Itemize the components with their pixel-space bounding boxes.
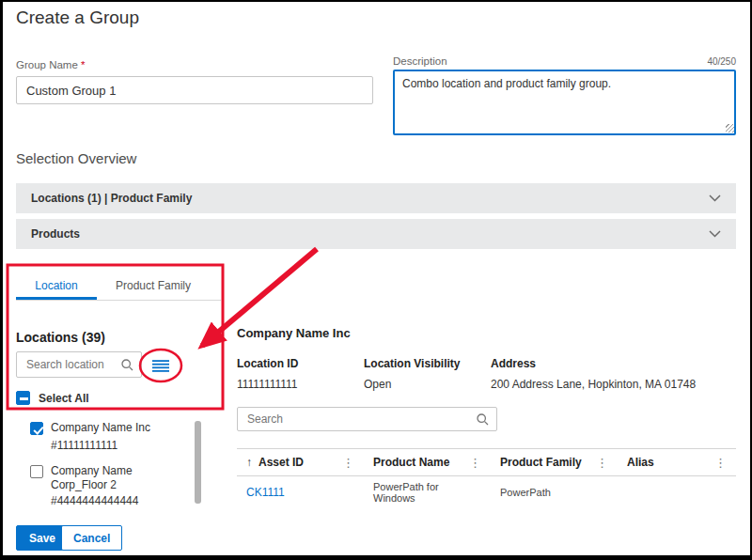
select-all-checkbox[interactable]: Select All [16, 391, 89, 405]
list-item[interactable]: Company Name Corp_Floor 2 #4444444444444 [30, 464, 168, 506]
group-name-label: Group Name * [16, 59, 86, 70]
list-view-button[interactable] [147, 353, 175, 378]
column-header-product-name[interactable]: Product Name ⋮ [364, 449, 491, 475]
asset-search [237, 407, 497, 431]
location-name: Company Name Inc [51, 421, 168, 435]
column-menu-icon[interactable]: ⋮ [342, 456, 354, 470]
asset-search-input[interactable] [245, 412, 477, 427]
column-menu-icon[interactable]: ⋮ [596, 456, 608, 470]
accordion-locations-product-family[interactable]: Locations (1) | Product Family [16, 183, 736, 213]
sort-ascending-icon[interactable]: ↑ [246, 456, 252, 469]
asset-id-link[interactable]: CK1111 [237, 486, 364, 499]
page-title: Create a Group [16, 8, 139, 28]
search-icon [121, 359, 133, 371]
column-menu-icon[interactable]: ⋮ [714, 456, 727, 470]
list-scrollbar[interactable] [195, 421, 201, 504]
select-all-label: Select All [39, 392, 89, 405]
asset-table-header: ↑ Asset ID ⋮ Product Name ⋮ Product Fami… [237, 448, 736, 476]
location-search [16, 351, 142, 378]
chevron-down-icon [709, 194, 721, 202]
column-header-asset-id[interactable]: ↑ Asset ID ⋮ [237, 449, 364, 475]
address-label: Address [491, 357, 536, 370]
table-row: CK1111 PowerPath for Windows PowerPath [237, 476, 736, 507]
checkbox-checked-icon[interactable] [30, 422, 43, 435]
checkbox-unchecked-icon[interactable] [30, 465, 43, 478]
column-menu-icon[interactable]: ⋮ [469, 456, 481, 470]
product-family-cell: PowerPath [491, 487, 618, 498]
left-panel-tabs: Location Product Family [16, 272, 221, 301]
product-name-cell: PowerPath for Windows [364, 481, 491, 504]
column-header-alias[interactable]: Alias ⋮ [618, 449, 736, 475]
char-counter: 40/250 [707, 56, 736, 67]
location-id-value: 11111111111 [237, 378, 298, 391]
accordion-label: Products [31, 227, 80, 241]
location-search-input[interactable] [24, 357, 121, 372]
location-name: Company Name Corp_Floor 2 [51, 464, 168, 492]
resize-grip-icon[interactable] [726, 124, 734, 132]
location-id: #4444444444444 [51, 494, 168, 506]
list-item[interactable]: Company Name Inc #11111111111 [30, 421, 168, 452]
accordion-label: Locations (1) | Product Family [31, 192, 192, 205]
accordion-products[interactable]: Products [16, 219, 736, 249]
location-visibility-value: Open [364, 378, 391, 391]
description-field: Description 40/250 Combo location and pr… [393, 55, 736, 135]
list-view-icon [152, 359, 169, 373]
address-value: 200 Address Lane, Hopkinton, MA 01748 [491, 378, 696, 391]
tab-product-family[interactable]: Product Family [97, 272, 210, 300]
cancel-button[interactable]: Cancel [61, 525, 122, 551]
required-asterisk: * [81, 59, 85, 70]
description-label: Description [393, 55, 447, 67]
locations-count-heading: Locations (39) [16, 330, 105, 345]
group-name-input[interactable] [16, 76, 373, 104]
tab-location[interactable]: Location [16, 272, 97, 300]
chevron-down-icon [709, 230, 721, 238]
description-textarea[interactable]: Combo location and product family group. [393, 70, 736, 135]
location-id: #11111111111 [51, 439, 168, 452]
location-list: Company Name Inc #11111111111 Company Na… [3, 415, 208, 506]
column-header-product-family[interactable]: Product Family ⋮ [491, 449, 618, 475]
selection-overview-title: Selection Overview [16, 150, 136, 166]
checkbox-indeterminate-icon[interactable] [16, 391, 30, 405]
search-icon [477, 413, 489, 426]
location-visibility-label: Location Visibility [364, 357, 460, 370]
selected-company-name: Company Name Inc [237, 326, 351, 340]
location-id-label: Location ID [237, 357, 298, 370]
create-group-page: Create a Group Group Name * Description … [0, 0, 752, 560]
